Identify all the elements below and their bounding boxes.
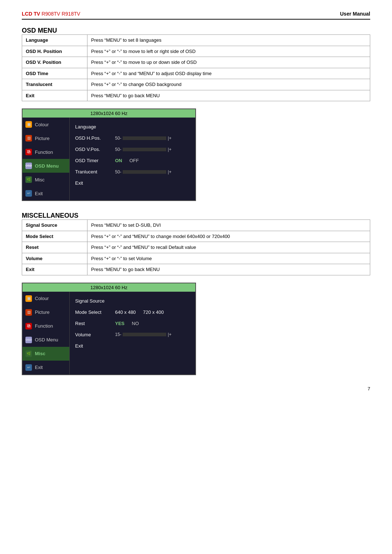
osd-content-row: Mode Select640 x 480720 x 400	[75, 307, 190, 318]
sidebar-item-picture: 🖼 Picture	[23, 305, 69, 319]
sidebar-item-colour: ▣ Colour	[23, 292, 69, 305]
sidebar-item-exit: ↩ Exit	[23, 186, 69, 200]
row-label: Volume	[22, 253, 87, 264]
misc-diagram-sidebar: ▣ Colour🖼 Picture功 FunctionOSD OSD Menu🌿…	[23, 292, 70, 374]
row-label: Exit	[22, 90, 87, 101]
osd-bar-num: 50-	[115, 147, 121, 152]
osd-row-label: Exit	[75, 180, 111, 186]
row-label: Exit	[22, 264, 87, 275]
osd-bar-num: 50-	[115, 169, 121, 175]
osd-toggle: YESNO	[115, 321, 139, 326]
osd-menu-table: LanguagePress “MENU” to set 8 languagesO…	[22, 34, 370, 101]
osd-content-row: Language	[75, 121, 190, 132]
osd-bar-plus: |+	[168, 169, 171, 175]
osd-bar-container: 15-|+	[115, 332, 171, 337]
row-label: OSD H. Position	[22, 46, 87, 57]
sidebar-item-label: OSD Menu	[35, 337, 58, 342]
sidebar-item-label: Picture	[35, 309, 49, 315]
osd-bar	[123, 148, 166, 151]
osd-bar-plus: |+	[168, 136, 171, 141]
sidebar-item-misc: 🌿 Misc	[23, 173, 69, 186]
osd-row-label: Rest	[75, 321, 111, 326]
sidebar-item-label: Function	[35, 149, 53, 155]
osd-menu-section: OSD MENU LanguagePress “MENU” to set 8 l…	[22, 27, 370, 201]
sidebar-item-osd-menu: OSD OSD Menu	[23, 159, 69, 173]
row-label: OSD Time	[22, 68, 87, 79]
page-header: LCD TV R908TV R918TV User Manual	[22, 11, 370, 20]
osd-row-label: Tranlucent	[75, 169, 111, 175]
osd-bar-num: 15-	[115, 332, 121, 337]
row-desc: Press “+” or “-” and “MENU” to change mo…	[87, 231, 370, 242]
sidebar-item-misc: 🌿 Misc	[23, 347, 69, 361]
osd-bar-plus: |+	[168, 332, 171, 337]
table-row: OSD V. PositionPress “+” or “-” to move …	[22, 57, 370, 68]
osd-toggle: ONOFF	[115, 158, 139, 163]
sidebar-item-label: Picture	[35, 136, 49, 141]
osd-bar-container: 50-|+	[115, 147, 171, 152]
osd-content-row: Signal Source	[75, 295, 190, 307]
osd-bar-num: 50-	[115, 136, 121, 141]
osd-diagram-1: 1280x1024 60 Hz ▣ Colour🖼 Picture功 Funct…	[22, 108, 196, 201]
misc-diagram-content: Signal SourceMode Select640 x 480720 x 4…	[70, 292, 195, 374]
osd-content-row: Tranlucent50-|+	[75, 166, 190, 177]
table-row: OSD H. PositionPress “+” or “-” to move …	[22, 46, 370, 57]
sidebar-item-exit: ↩ Exit	[23, 361, 69, 374]
osd-row-label: OSD V.Pos.	[75, 147, 111, 152]
osd-row-label: Volume	[75, 332, 111, 337]
row-desc: Press “MENU” to go back MENU	[87, 264, 370, 275]
row-desc: Press “MENU” to go back MENU	[87, 90, 370, 101]
toggle-on: ON	[115, 158, 122, 163]
osd-content-row: Volume15-|+	[75, 329, 190, 340]
misc-diagram: 1280x1024 60 Hz ▣ Colour🖼 Picture功 Funct…	[22, 283, 196, 375]
table-row: OSD TimePress “+” or “-” to and “MENU” t…	[22, 68, 370, 79]
row-label: OSD V. Position	[22, 57, 87, 68]
table-row: Signal SourcePress “MENU” to set D-SUB, …	[22, 220, 370, 231]
osd-diagram-1-content: LanguageOSD H.Pos.50-|+OSD V.Pos.50-|+OS…	[70, 118, 195, 200]
osd-row-label: OSD H.Pos.	[75, 135, 111, 141]
osd-bar-container: 50-|+	[115, 169, 171, 175]
table-row: Mode SelectPress “+” or “-” and “MENU” t…	[22, 231, 370, 242]
table-row: VolumePress “+” or “-” to set Volume	[22, 253, 370, 264]
osd-content-row: RestYESNO	[75, 318, 190, 329]
sidebar-item-label: Function	[35, 323, 53, 329]
dual-v1: 640 x 480	[115, 309, 136, 315]
osd-content-row: OSD V.Pos.50-|+	[75, 144, 190, 155]
row-desc: Press “MENU” to set D-SUB, DVI	[87, 220, 370, 231]
row-desc: Press “+” or “-” to move to up or down s…	[87, 57, 370, 68]
row-desc: Press “+” or “-” and “MENU” to recall De…	[87, 242, 370, 253]
osd-row-label: Signal Source	[75, 298, 111, 304]
osd-dual: 640 x 480720 x 400	[115, 309, 164, 315]
osd-content-row: OSD H.Pos.50-|+	[75, 132, 190, 144]
table-row: TranslucentPress “+” or “-” to change OS…	[22, 79, 370, 90]
sidebar-item-function: 功 Function	[23, 145, 69, 159]
osd-bar-container: 50-|+	[115, 136, 171, 141]
osd-row-label: OSD Timer	[75, 158, 111, 163]
osd-content-row: Exit	[75, 340, 190, 352]
row-label: Signal Source	[22, 220, 87, 231]
row-label: Translucent	[22, 79, 87, 90]
row-desc: Press “MENU” to set 8 languages	[87, 35, 370, 46]
sidebar-item-label: OSD Menu	[35, 163, 59, 169]
osd-content-row: OSD TimerONOFF	[75, 155, 190, 166]
sidebar-item-label: Colour	[35, 296, 49, 301]
page-number: 7	[22, 386, 370, 391]
table-row: LanguagePress “MENU” to set 8 languages	[22, 35, 370, 46]
osd-bar	[123, 333, 166, 336]
osd-bar	[123, 170, 166, 174]
row-label: Mode Select	[22, 231, 87, 242]
misc-table: Signal SourcePress “MENU” to set D-SUB, …	[22, 219, 370, 275]
sidebar-item-label: Exit	[35, 365, 43, 370]
misc-diagram-body: ▣ Colour🖼 Picture功 FunctionOSD OSD Menu🌿…	[23, 292, 195, 374]
osd-row-label: Exit	[75, 343, 111, 349]
sidebar-item-colour: ▣ Colour	[23, 118, 69, 131]
row-label: Reset	[22, 242, 87, 253]
header-manual: User Manual	[340, 11, 370, 17]
table-row: ResetPress “+” or “-” and “MENU” to reca…	[22, 242, 370, 253]
misc-title: MISCELLANEOUS	[22, 212, 370, 219]
osd-row-label: Mode Select	[75, 309, 111, 315]
sidebar-item-label: Misc	[35, 177, 45, 182]
sidebar-item-label: Exit	[35, 191, 43, 196]
toggle-off: NO	[132, 321, 139, 326]
osd-diagram-1-sidebar: ▣ Colour🖼 Picture功 FunctionOSD OSD Menu🌿…	[23, 118, 70, 200]
osd-bar	[123, 136, 166, 140]
